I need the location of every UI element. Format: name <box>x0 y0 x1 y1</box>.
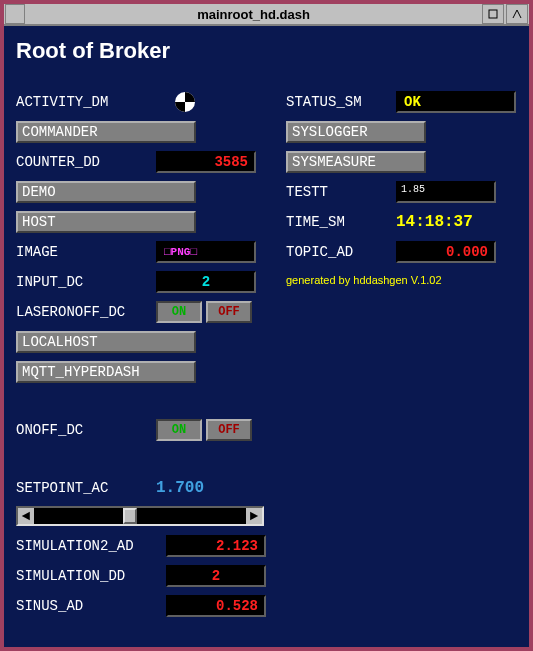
counter-value: 3585 <box>156 151 256 173</box>
image-value: □PNG□ <box>156 241 256 263</box>
setpoint-value: 1.700 <box>156 479 204 497</box>
sim2-value: 2.123 <box>166 535 266 557</box>
slider-right-arrow-icon[interactable]: ► <box>246 508 262 524</box>
window-menu-button[interactable] <box>5 4 25 24</box>
activity-indicator-icon <box>174 91 196 113</box>
input-label: INPUT_DC <box>16 274 156 290</box>
image-label: IMAGE <box>16 244 156 260</box>
window-title: mainroot_hd.dash <box>26 7 481 22</box>
onoff-off-button[interactable]: OFF <box>206 419 252 441</box>
slider-left-arrow-icon[interactable]: ◄ <box>18 508 34 524</box>
time-value: 14:18:37 <box>396 213 473 231</box>
mqtt-button[interactable]: MQTT_HYPERDASH <box>16 361 196 383</box>
counter-label: COUNTER_DD <box>16 154 156 170</box>
time-label: TIME_SM <box>286 214 396 230</box>
app-window: mainroot_hd.dash Root of Broker ACTIVITY… <box>0 0 533 651</box>
host-button[interactable]: HOST <box>16 211 196 233</box>
topic-label: TOPIC_AD <box>286 244 396 260</box>
simdd-label: SIMULATION_DD <box>16 568 166 584</box>
localhost-button[interactable]: LOCALHOST <box>16 331 196 353</box>
left-column: ACTIVITY_DM COMMANDER COUNTER_DD 3585 DE… <box>16 88 266 622</box>
sinus-label: SINUS_AD <box>16 598 166 614</box>
minimize-button[interactable] <box>482 4 504 24</box>
setpoint-label: SETPOINT_AC <box>16 480 156 496</box>
sim2-label: SIMULATION2_AD <box>16 538 166 554</box>
slider-thumb[interactable] <box>123 508 137 524</box>
input-value: 2 <box>156 271 256 293</box>
testt-value: 1.85 <box>396 181 496 203</box>
status-label: STATUS_SM <box>286 94 396 110</box>
sysmeasure-button[interactable]: SYSMEASURE <box>286 151 426 173</box>
page-title: Root of Broker <box>16 38 517 64</box>
maximize-button[interactable] <box>506 4 528 24</box>
slider-track[interactable] <box>34 508 246 524</box>
activity-label: ACTIVITY_DM <box>16 94 156 110</box>
content-area: Root of Broker ACTIVITY_DM COMMANDER COU… <box>4 26 529 647</box>
onoff-label: ONOFF_DC <box>16 422 156 438</box>
right-column: STATUS_SM OK SYSLOGGER SYSMEASURE TESTT … <box>286 88 517 622</box>
titlebar: mainroot_hd.dash <box>4 4 529 26</box>
commander-button[interactable]: COMMANDER <box>16 121 196 143</box>
onoff-on-button[interactable]: ON <box>156 419 202 441</box>
simdd-value: 2 <box>166 565 266 587</box>
laseronoff-label: LASERONOFF_DC <box>16 304 156 320</box>
generator-note: generated by hddashgen V.1.02 <box>286 274 517 286</box>
maximize-icon <box>511 8 523 20</box>
testt-label: TESTT <box>286 184 396 200</box>
syslogger-button[interactable]: SYSLOGGER <box>286 121 426 143</box>
svg-rect-0 <box>489 10 497 18</box>
setpoint-slider[interactable]: ◄ ► <box>16 506 264 526</box>
topic-value: 0.000 <box>396 241 496 263</box>
status-value: OK <box>396 91 516 113</box>
demo-button[interactable]: DEMO <box>16 181 196 203</box>
sinus-value: 0.528 <box>166 595 266 617</box>
laser-off-button[interactable]: OFF <box>206 301 252 323</box>
laser-on-button[interactable]: ON <box>156 301 202 323</box>
minimize-icon <box>487 8 499 20</box>
